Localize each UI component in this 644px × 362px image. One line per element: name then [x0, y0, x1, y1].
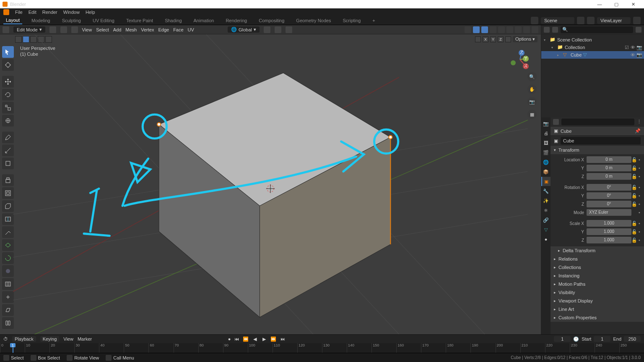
props-tab-material[interactable]: ● [541, 235, 551, 244]
shading-matpreview-icon[interactable] [515, 26, 522, 33]
play-icon[interactable]: ▶ [261, 336, 267, 342]
outliner-filter-icon[interactable] [636, 27, 641, 33]
tab-layout[interactable]: Layout [3, 17, 22, 24]
lock-icon[interactable]: 🔓 [631, 229, 637, 235]
scene-field[interactable]: Scene [541, 17, 574, 24]
scene-new-icon[interactable] [577, 17, 584, 24]
panel-custom-header[interactable]: ▸Custom Properties [551, 313, 644, 322]
props-tab-constraint[interactable]: 🔗 [541, 215, 551, 225]
panel-transform-header[interactable]: ▾Transform [551, 146, 644, 154]
location-z-field[interactable]: 0 m [587, 173, 631, 180]
vp-menu-edge[interactable]: Edge [158, 27, 169, 32]
lock-icon[interactable]: 🔓 [631, 221, 637, 226]
object-name-input[interactable] [561, 137, 641, 145]
lock-icon[interactable]: 🔓 [631, 185, 637, 190]
panel-relations-header[interactable]: ▸Relations [551, 255, 644, 263]
shading-dropdown-icon[interactable] [532, 26, 538, 33]
viewlayer-new-icon[interactable] [633, 17, 641, 24]
menu-file[interactable]: File [15, 10, 23, 15]
tab-uvediting[interactable]: UV Editing [90, 17, 117, 24]
properties-search[interactable] [561, 119, 634, 125]
tab-animation[interactable]: Animation [191, 17, 217, 24]
props-tab-viewlayer[interactable]: 🖼 [541, 138, 551, 147]
playhead[interactable] [13, 343, 13, 353]
props-tab-modifier[interactable]: 🔧 [541, 186, 551, 196]
tree-row-scene-collection[interactable]: ▾ 📁 Scene Collection [541, 36, 644, 44]
tab-compositing[interactable]: Compositing [256, 17, 287, 24]
checkbox-icon[interactable]: ☑ [625, 45, 630, 50]
eye-icon[interactable]: 👁 [631, 52, 636, 57]
tab-texturepaint[interactable]: Texture Paint [124, 17, 156, 24]
panel-motion-header[interactable]: ▸Motion Paths [551, 280, 644, 288]
menu-window[interactable]: Window [63, 10, 80, 15]
jump-next-icon[interactable]: ⏩ [270, 336, 277, 342]
menu-render[interactable]: Render [42, 10, 57, 15]
clock-icon[interactable]: 🕐 [573, 336, 579, 342]
location-x-field[interactable]: 0 m [587, 156, 631, 163]
camera-icon[interactable]: 📷 [636, 52, 641, 57]
rotation-x-field[interactable]: 0° [587, 184, 631, 191]
maximize-button[interactable]: ▢ [608, 2, 625, 7]
outliner-editor-icon[interactable] [544, 27, 550, 33]
edge-select-icon[interactable] [60, 26, 67, 33]
jump-prev-icon[interactable]: ⏪ [242, 336, 249, 342]
scale-x-field[interactable]: 1.000 [587, 220, 631, 227]
pivot-icon[interactable] [264, 26, 270, 33]
location-y-field[interactable]: 0 m [587, 165, 631, 171]
props-tab-physics[interactable]: ⚛ [541, 206, 551, 215]
shading-rendered-icon[interactable] [523, 26, 530, 33]
lock-icon[interactable]: 🔓 [631, 174, 637, 179]
props-tab-render[interactable]: 📷 [541, 119, 551, 128]
tab-shading[interactable]: Shading [162, 17, 184, 24]
vertex-select-icon[interactable] [49, 26, 56, 33]
vp-menu-vertex[interactable]: Vertex [141, 27, 154, 32]
xray-toggle-icon[interactable] [490, 26, 496, 33]
eye-icon[interactable]: 👁 [631, 45, 636, 50]
disclosure-icon[interactable]: ▾ [544, 38, 548, 42]
lock-icon[interactable]: 🔓 [631, 157, 637, 163]
panel-collections-header[interactable]: ▸Collections [551, 263, 644, 272]
proportional-icon[interactable] [286, 26, 292, 33]
viewlayer-browse-icon[interactable] [587, 17, 595, 24]
vp-menu-uv[interactable]: UV [188, 27, 194, 32]
vp-menu-mesh[interactable]: Mesh [125, 27, 137, 32]
tab-rendering[interactable]: Rendering [223, 17, 249, 24]
end-frame-field[interactable]: 250 [624, 336, 641, 342]
timeline-editor-icon[interactable]: ⏱ [3, 336, 8, 341]
props-tab-particle[interactable]: ✨ [541, 196, 551, 205]
camera-view-icon[interactable]: 📷 [527, 97, 537, 106]
snap-icon[interactable] [275, 26, 281, 33]
camera-icon[interactable]: 📷 [636, 45, 641, 50]
gizmo-toggle-icon[interactable] [473, 26, 480, 33]
navigation-gizmo[interactable]: Z Y X [504, 47, 529, 72]
tab-modeling[interactable]: Modeling [29, 17, 53, 24]
lock-icon[interactable]: 🔓 [631, 238, 637, 243]
outliner-search[interactable]: 🔍 [561, 26, 633, 33]
props-tab-object[interactable]: ▣ [541, 177, 551, 186]
zoom-icon[interactable]: 🔍 [527, 72, 537, 81]
tab-scripting[interactable]: Scripting [340, 17, 363, 24]
pin-icon[interactable]: 📌 [635, 128, 641, 134]
props-tab-scene[interactable]: 🎬 [541, 148, 551, 157]
lock-icon[interactable]: 🔓 [631, 165, 637, 171]
autokey-icon[interactable]: ● [228, 336, 231, 341]
orientation-dropdown[interactable]: 🌐 Global ▾ [228, 26, 260, 33]
view-menu[interactable]: View [63, 336, 73, 341]
playback-menu[interactable]: Playback [12, 336, 36, 342]
tree-row-cube[interactable]: ▸ ▽ Cube ▽ 👁📷 [541, 51, 644, 59]
menu-edit[interactable]: Edit [29, 10, 36, 15]
pan-icon[interactable]: ✋ [527, 85, 537, 94]
props-editor-icon[interactable] [553, 119, 559, 125]
vp-menu-view[interactable]: View [82, 27, 92, 32]
disclosure-icon[interactable]: ▾ [551, 46, 556, 49]
lock-icon[interactable]: 🔓 [631, 202, 637, 207]
menu-help[interactable]: Help [86, 10, 95, 15]
shading-wireframe-icon[interactable] [498, 26, 505, 33]
timeline-ruler[interactable]: 0102030405060708090100110120130140150160… [0, 343, 644, 353]
scale-y-field[interactable]: 1.000 [587, 228, 631, 235]
panel-visibility-header[interactable]: ▸Visibility [551, 288, 644, 297]
lock-icon[interactable]: 🔓 [631, 193, 637, 199]
play-reverse-icon[interactable]: ◀ [252, 336, 258, 342]
mesh-edit-mode-icon[interactable] [465, 26, 471, 33]
options-icon[interactable]: ⋮ [637, 119, 641, 124]
